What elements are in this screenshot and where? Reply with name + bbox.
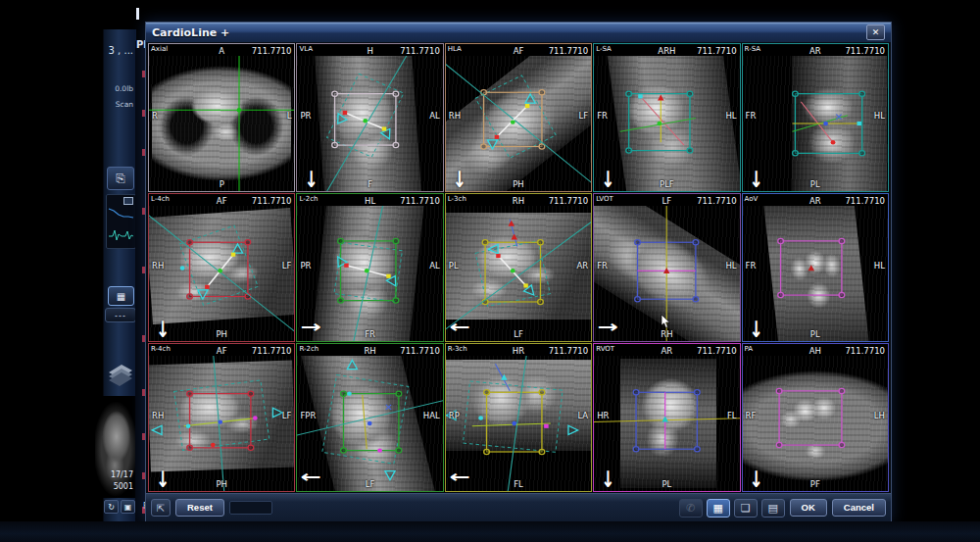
frame-button[interactable]: ❏ xyxy=(734,499,758,517)
screen: 3 , ... 0.0lb Scan ⎘ ▦ ⌁⌁⌁ 17/17 5001 ↻ xyxy=(0,0,980,542)
sidebar-weight-label: 0.0lb xyxy=(115,84,133,93)
view-panel[interactable]: R-3ch HR 711.7710 RP LA FL ← xyxy=(445,343,592,492)
brand-button[interactable]: ⌁⌁⌁ xyxy=(105,308,136,322)
plan-overlay[interactable] xyxy=(594,56,739,191)
orientation-top: AR xyxy=(594,346,739,356)
panel-title: L-SA xyxy=(596,45,612,53)
panel-title: R-SA xyxy=(745,45,760,53)
cardioline-dialog: CardioLine + ✕ Axial A 711.7710 R L P VL… xyxy=(145,22,892,522)
panel-grid: Axial A 711.7710 R L P VLA H 711.7710 PR… xyxy=(148,43,889,492)
panel-value: 711.7710 xyxy=(549,196,589,206)
frame-icon: ❏ xyxy=(741,502,751,515)
panel-value: 711.7710 xyxy=(252,346,292,356)
refresh-button[interactable]: ↻ xyxy=(104,500,119,514)
dialog-footer: ⇱ Reset ✆▦❏▤ OK Cancel xyxy=(146,493,891,521)
view-panel[interactable]: L-4ch AF 711.7710 RH LF PH ↓ xyxy=(148,193,295,342)
plan-overlay[interactable] xyxy=(446,56,591,191)
plan-overlay[interactable] xyxy=(149,206,294,341)
plan-overlay[interactable] xyxy=(594,206,739,341)
panel-value: 711.7710 xyxy=(252,46,292,56)
view-panel[interactable]: AoV AR 711.7710 FR HL PL ↓ xyxy=(742,193,889,342)
plan-overlay[interactable] xyxy=(743,56,888,191)
panel-title: L-4ch xyxy=(151,195,170,203)
view-panel[interactable]: PA AH 711.7710 RF LH PF ↓ xyxy=(742,343,889,492)
plan-overlay[interactable] xyxy=(297,56,442,191)
progress-bar xyxy=(229,501,272,515)
app-sidebar: 3 , ... 0.0lb Scan ⎘ ▦ ⌁⌁⌁ 17/17 5001 ↻ xyxy=(103,29,136,542)
image-counter: 17/17 xyxy=(111,470,133,479)
panel-value: 711.7710 xyxy=(845,46,885,56)
grid-icon: ▦ xyxy=(117,291,125,302)
plan-overlay[interactable] xyxy=(297,206,442,341)
plan-overlay[interactable] xyxy=(297,356,442,491)
dialog-titlebar[interactable]: CardioLine + ✕ xyxy=(146,23,891,42)
view-panel[interactable]: R-2ch RH 711.7710 FPR HAL LF ← xyxy=(296,343,443,492)
view-panel[interactable]: VLA H 711.7710 PR AL F ↓ xyxy=(296,43,443,192)
corner-arrow-button[interactable]: ⇱ xyxy=(151,499,171,517)
view-panel[interactable]: LVOT LF 711.7710 FR HL RH → xyxy=(593,193,740,342)
view-panel[interactable]: L-2ch HL 711.7710 PR AL FR → xyxy=(296,193,443,342)
list-button[interactable]: ▤ xyxy=(761,499,785,517)
phone-button[interactable]: ✆ xyxy=(679,499,703,517)
plan-overlay[interactable] xyxy=(594,356,739,491)
3d-slices-icon[interactable] xyxy=(106,361,134,390)
orientation-top: AR xyxy=(743,196,888,206)
orientation-top: RH xyxy=(446,196,591,206)
cancel-button[interactable]: Cancel xyxy=(832,499,886,517)
timeline-strip xyxy=(135,41,145,542)
panel-title: RVOT xyxy=(596,345,614,353)
grid-layout-button[interactable]: ▦ xyxy=(707,499,730,517)
panel-value: 711.7710 xyxy=(252,196,292,206)
panel-title: R-3ch xyxy=(448,345,467,353)
view-panel[interactable]: RVOT AR 711.7710 HR FL PL ↓ xyxy=(593,343,740,492)
panel-value: 711.7710 xyxy=(400,346,440,356)
panel-title: L-2ch xyxy=(299,195,318,203)
orientation-top: LF xyxy=(594,196,739,206)
panel-value: 711.7710 xyxy=(400,46,440,56)
panel-value: 711.7710 xyxy=(845,196,885,206)
bottom-strip xyxy=(0,521,980,542)
plan-overlay[interactable] xyxy=(149,56,294,191)
orientation-top: AH xyxy=(743,346,888,356)
layout-grid-button[interactable]: ▦ xyxy=(108,286,134,306)
reset-button[interactable]: Reset xyxy=(175,499,224,517)
plan-overlay[interactable] xyxy=(446,206,591,341)
corner-arrow-icon: ⇱ xyxy=(157,503,165,514)
panel-title: Axial xyxy=(151,45,168,53)
physio-waveform-panel xyxy=(106,194,136,249)
orientation-top: ARH xyxy=(594,46,739,56)
panel-value: 711.7710 xyxy=(400,196,440,206)
plan-overlay[interactable] xyxy=(743,356,888,491)
refresh-icon: ↻ xyxy=(108,503,115,512)
view-panel[interactable]: HLA AF 711.7710 RH LF PH ↓ xyxy=(445,43,592,192)
view-panel[interactable]: L-3ch RH 711.7710 PL AR LF ← xyxy=(445,193,592,342)
export-button[interactable]: ⎘ xyxy=(107,167,134,190)
list-icon: ▤ xyxy=(767,502,777,515)
brand-logo-icon: ⌁⌁⌁ xyxy=(115,313,126,319)
sidebar-scan-label: Scan xyxy=(116,100,133,109)
orientation-top: AF xyxy=(149,196,294,206)
panel-title: PA xyxy=(745,345,754,353)
panel-value: 711.7710 xyxy=(697,46,737,56)
close-button[interactable]: ✕ xyxy=(866,25,885,40)
orientation-top: H xyxy=(297,46,442,56)
panel-value: 711.7710 xyxy=(549,46,589,56)
view-panel[interactable]: L-SA ARH 711.7710 FR HL PLF ↓ xyxy=(593,43,740,192)
panel-title: VLA xyxy=(299,45,313,53)
plan-overlay[interactable] xyxy=(149,356,294,491)
grid-layout-icon: ▦ xyxy=(712,502,722,515)
footer-icon-group: ✆▦❏▤ xyxy=(679,499,785,517)
view-panel[interactable]: R-4ch AF 711.7710 RH LF PH ↓ xyxy=(148,343,295,492)
monitor-button[interactable]: ▣ xyxy=(121,500,135,514)
plan-overlay[interactable] xyxy=(743,206,888,341)
orientation-top: RH xyxy=(297,346,442,356)
ok-button[interactable]: OK xyxy=(790,499,827,517)
view-panel[interactable]: Axial A 711.7710 R L P xyxy=(148,43,295,192)
plan-overlay[interactable] xyxy=(446,356,591,491)
panel-title: R-4ch xyxy=(151,345,171,353)
dialog-title: CardioLine + xyxy=(152,26,229,39)
view-panel[interactable]: R-SA AR 711.7710 FR HL PL ↓ xyxy=(742,43,889,192)
sidebar-footer-icons: ↻ ▣ xyxy=(104,500,135,514)
orientation-top: HL xyxy=(297,196,442,206)
phone-icon: ✆ xyxy=(686,502,695,515)
